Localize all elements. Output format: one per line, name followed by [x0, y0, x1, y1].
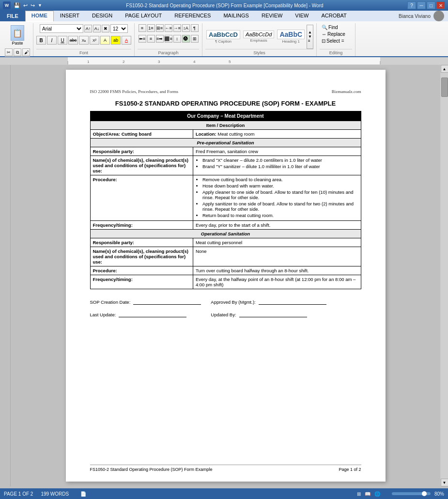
italic-button[interactable]: I: [47, 36, 57, 45]
font-color-button[interactable]: A: [122, 36, 131, 45]
styles-group: AaBbCcD ¶ Caption AaBbCcDd Emphasis AaBb…: [202, 23, 317, 56]
word-count: 199 WORDS: [41, 491, 69, 497]
zoom-slider[interactable]: [392, 492, 431, 495]
paragraph-group: ≡ 1≡ ⊞≡ ←≡ →≡ ↕A ¶ ⬅≡ ≡ ≡➡ ⬛≡ ↕ 🅐 ⊞: [135, 23, 202, 56]
replace-button[interactable]: ↔ Replace: [320, 31, 347, 37]
cut-button[interactable]: ✂: [5, 48, 13, 56]
quick-undo[interactable]: ↩: [23, 2, 28, 9]
clear-format-button[interactable]: ✖: [102, 25, 109, 32]
multilevel-button[interactable]: ⊞≡: [156, 24, 164, 32]
quick-more[interactable]: ▼: [38, 3, 42, 8]
frequency-label-cell: Frequency/timing:: [90, 221, 193, 230]
document-area[interactable]: ISO 22000 FSMS Policies, Procedures, and…: [11, 65, 440, 486]
justify-button[interactable]: ⬛≡: [165, 35, 172, 43]
bold-button[interactable]: B: [36, 36, 46, 45]
align-left-button[interactable]: ⬅≡: [139, 35, 146, 43]
align-center-button[interactable]: ≡: [147, 35, 155, 43]
view-web-icon[interactable]: 🌐: [374, 491, 380, 497]
svg-rect-1: [0, 57, 68, 65]
paragraph-label: Paragraph: [138, 49, 199, 56]
copy-button[interactable]: ⧉: [14, 48, 21, 56]
find-button[interactable]: 🔍 Find: [320, 24, 340, 31]
paste-icon: 📋: [11, 25, 24, 41]
op-responsible-label-cell: Responsible party:: [90, 238, 193, 247]
sort-button[interactable]: ↕A: [182, 24, 190, 32]
numbering-button[interactable]: 1≡: [147, 24, 155, 32]
file-menu[interactable]: FILE: [0, 11, 25, 21]
zoom-thumb[interactable]: [422, 491, 427, 496]
style-heading1[interactable]: AaBbC Heading 1: [276, 29, 306, 45]
quick-save[interactable]: 💾: [14, 2, 20, 9]
find-icon: 🔍: [322, 25, 327, 30]
increase-indent-button[interactable]: →≡: [173, 24, 181, 32]
shading-button[interactable]: 🅐: [182, 35, 190, 43]
highlight-button[interactable]: ab: [111, 36, 121, 45]
list-item: Brand "X" cleaner – dilute 2.0 centilite…: [202, 157, 358, 163]
superscript-button[interactable]: X²: [90, 36, 99, 45]
align-right-button[interactable]: ≡➡: [156, 35, 164, 43]
styles-more-button[interactable]: ▲▼≡: [307, 25, 313, 49]
font-size-select[interactable]: 12: [110, 24, 128, 33]
strikethrough-button[interactable]: abc: [68, 36, 78, 45]
style-preview-emphasis: AaBbCcDd: [243, 31, 274, 38]
quick-redo[interactable]: ↪: [31, 2, 35, 9]
tab-design[interactable]: DESIGN: [86, 11, 119, 21]
op-responsible-value-cell: Meat cutting personnel: [193, 238, 361, 247]
header-left: ISO 22000 FSMS Policies, Procedures, and…: [90, 89, 179, 94]
paste-button[interactable]: 📋 Paste: [8, 24, 27, 47]
vertical-scrollbar[interactable]: ▲ ▼: [440, 65, 448, 486]
bullets-button[interactable]: ≡: [139, 24, 146, 32]
format-painter-button[interactable]: 🖌: [22, 48, 30, 56]
company-header-cell: Our Company – Meat Department: [90, 111, 361, 121]
style-default[interactable]: AaBbCcD ¶ Caption: [205, 29, 241, 45]
view-print-icon[interactable]: ⊞: [357, 491, 361, 497]
tab-references[interactable]: REFERENCES: [168, 11, 217, 21]
tab-review[interactable]: REVIEW: [255, 11, 289, 21]
scroll-up-button[interactable]: ▲: [441, 65, 448, 73]
last-update-line[interactable]: [119, 310, 186, 317]
font-grow-button[interactable]: A↑: [84, 25, 92, 32]
tab-acrobat[interactable]: ACROBAT: [315, 11, 353, 21]
table-row-company: Our Company – Meat Department: [90, 111, 361, 121]
select-icon: ⊡: [322, 38, 325, 44]
view-read-icon[interactable]: 📖: [365, 491, 371, 497]
scroll-down-button[interactable]: ▼: [441, 479, 448, 486]
approved-line[interactable]: [259, 297, 326, 305]
subscript-button[interactable]: X₂: [79, 36, 89, 45]
tab-page-layout[interactable]: PAGE LAYOUT: [119, 11, 168, 21]
minimize-button[interactable]: ─: [417, 1, 426, 9]
tab-home[interactable]: HOME: [25, 11, 54, 22]
underline-button[interactable]: U: [58, 36, 67, 45]
svg-rect-2: [380, 57, 448, 65]
font-shrink-button[interactable]: A↓: [93, 25, 101, 32]
table-row-pre-op: Pre-operational Sanitation: [90, 139, 361, 147]
zoom-level: 80%: [434, 491, 444, 497]
updated-by-line[interactable]: [239, 310, 307, 317]
select-button[interactable]: ⊡ Select =: [320, 38, 346, 44]
scroll-thumb[interactable]: [441, 78, 448, 97]
scroll-track[interactable]: [441, 73, 448, 479]
pilcrow-button[interactable]: ¶: [191, 24, 199, 32]
help-button[interactable]: ?: [407, 1, 416, 9]
op-chemicals-label-cell: Name(s) of chemical(s), cleaning product…: [90, 247, 193, 266]
close-button[interactable]: ✕: [436, 1, 445, 9]
restore-button[interactable]: □: [427, 1, 435, 9]
document-page: ISO 22000 FSMS Policies, Procedures, and…: [66, 70, 386, 482]
svg-text:5: 5: [229, 60, 231, 64]
procedure-value-cell: Remove cutting board to cleaning area. H…: [193, 175, 361, 221]
tab-insert[interactable]: INSERT: [54, 11, 86, 21]
border-button[interactable]: ⊞: [191, 35, 199, 43]
list-item: Remove cutting board to cleaning area.: [202, 177, 358, 182]
sop-creation-line[interactable]: [133, 297, 201, 305]
table-row-procedure: Procedure: Remove cutting board to clean…: [90, 175, 361, 221]
tab-view[interactable]: VIEW: [289, 11, 315, 21]
decrease-indent-button[interactable]: ←≡: [165, 24, 172, 32]
style-emphasis[interactable]: AaBbCcDd Emphasis: [242, 30, 275, 44]
layout-icon[interactable]: 📄: [80, 491, 86, 497]
text-effects-button[interactable]: A: [100, 36, 110, 45]
font-family-select[interactable]: Arial: [40, 24, 83, 33]
tab-mailings[interactable]: MAILINGS: [217, 11, 255, 21]
window-title: FS1050-2 Standard Operating Procedure (S…: [42, 3, 407, 8]
left-margin: [0, 65, 11, 486]
line-spacing-button[interactable]: ↕: [173, 35, 181, 43]
